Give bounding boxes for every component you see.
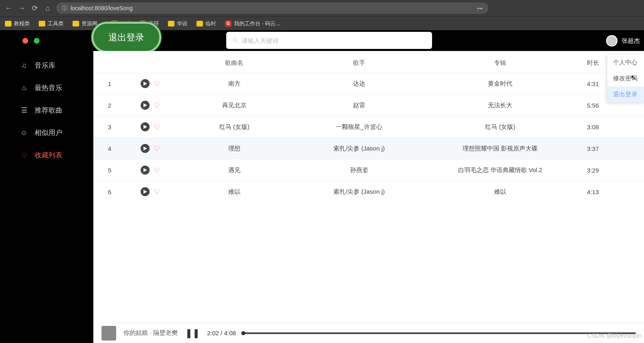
sidebar-item-label: 收藏列表 xyxy=(35,150,62,160)
sidebar-item[interactable]: ♫音乐库 xyxy=(10,54,93,77)
col-album: 专辑 xyxy=(424,53,576,73)
favorite-icon[interactable]: ♡ xyxy=(154,188,160,196)
col-song: 歌曲名 xyxy=(175,53,294,73)
cell-singer: 一颗狼星_许篮心 xyxy=(294,116,424,138)
nav-reload-icon[interactable]: ⟳ xyxy=(30,4,39,13)
sidebar-icon: ♫ xyxy=(20,62,28,70)
folder-icon xyxy=(5,21,11,27)
row-play-button[interactable] xyxy=(141,101,150,110)
cell-song: 理想 xyxy=(175,138,294,159)
cell-singer: 索扎/尖参 (Jason j) xyxy=(294,181,424,203)
cell-dur: 3:08 xyxy=(576,116,644,138)
svg-marker-1 xyxy=(143,103,147,107)
table-row[interactable]: 5♡遇见孙燕姿白羽毛之恋 华语典藏情歌 Vol.23:29 xyxy=(93,159,644,181)
user-menu-trigger[interactable]: 张超杰 xyxy=(606,35,640,46)
row-play-button[interactable] xyxy=(141,144,150,153)
bookmark-item[interactable]: 工具类 xyxy=(39,20,64,27)
folder-icon xyxy=(196,21,203,27)
cell-song: 遇见 xyxy=(175,159,294,181)
user-dropdown: 个人中心修改密码退出登录 xyxy=(607,55,644,102)
search-box[interactable] xyxy=(226,32,432,49)
sidebar-icon: ♡ xyxy=(20,151,28,159)
favorite-icon[interactable]: ♡ xyxy=(154,166,160,174)
bookmark-item[interactable]: G我的工作台 - 码云... xyxy=(225,20,280,27)
nav-home-icon[interactable]: ⌂ xyxy=(43,4,52,13)
folder-icon xyxy=(168,21,174,27)
row-play-button[interactable] xyxy=(141,79,150,88)
svg-marker-5 xyxy=(143,190,147,194)
now-playing-title[interactable]: 你的姑娘 xyxy=(124,329,148,337)
sidebar-item[interactable]: ♨最热音乐 xyxy=(10,77,93,99)
cell-song: 南方 xyxy=(175,73,294,95)
sidebar-item-label: 最热音乐 xyxy=(35,83,62,93)
bookmark-item[interactable]: 华设 xyxy=(168,20,187,27)
cell-song: 红马 (女版) xyxy=(175,116,294,138)
row-play-button[interactable] xyxy=(141,122,150,131)
row-play-button[interactable] xyxy=(141,166,150,175)
svg-marker-0 xyxy=(143,82,147,86)
avatar xyxy=(606,35,618,46)
favorite-icon[interactable]: ♡ xyxy=(154,80,160,88)
table-row[interactable]: 4♡理想索扎/尖参 (Jason j)理想照耀中国 影视原声大碟3:37 xyxy=(93,138,644,159)
player-time: 2:02 / 4:08 xyxy=(207,330,236,336)
cell-album: 黄金时代 xyxy=(424,73,576,95)
bookmark-item[interactable]: 教程类 xyxy=(5,20,30,27)
table-row[interactable]: 3♡红马 (女版)一颗狼星_许篮心红马 (女版)3:08 xyxy=(93,116,644,138)
sidebar-item[interactable]: ☰推荐歌曲 xyxy=(10,99,93,122)
url-text: localhost:8080/loveSong xyxy=(71,5,133,11)
sidebar-item[interactable]: ♡收藏列表 xyxy=(10,144,93,166)
logout-cloud-banner: 退出登录 xyxy=(92,22,161,53)
svg-marker-3 xyxy=(143,146,147,150)
nav-back-icon[interactable]: ← xyxy=(4,4,13,13)
now-playing-artist[interactable]: 隔壁老樊 xyxy=(153,329,178,337)
svg-marker-4 xyxy=(143,168,147,172)
sidebar-item-label: 相似用户 xyxy=(35,128,62,137)
info-icon: ⓘ xyxy=(62,4,67,12)
search-icon xyxy=(232,37,238,44)
bookmark-item[interactable]: 临时 xyxy=(196,20,216,27)
favorite-icon[interactable]: ♡ xyxy=(154,145,160,153)
cell-singer: 索扎/尖参 (Jason j) xyxy=(294,138,424,159)
cell-album: 无法长大 xyxy=(424,95,576,116)
row-play-button[interactable] xyxy=(141,187,150,196)
player-bar: 你的姑娘 - 隔壁老樊 ❚❚ 2:02 / 4:08 xyxy=(93,323,644,343)
key-icon: ⊶ xyxy=(477,5,483,11)
now-playing-cover[interactable] xyxy=(101,326,116,341)
user-menu-item[interactable]: 退出登录 xyxy=(607,86,644,102)
window-close-dot[interactable] xyxy=(22,38,28,44)
cell-dur: 3:29 xyxy=(576,159,644,181)
user-menu-item[interactable]: 修改密码 xyxy=(607,71,644,86)
cell-album: 难以 xyxy=(424,181,576,203)
cell-dur: 3:37 xyxy=(576,138,644,159)
gitee-icon: G xyxy=(225,20,232,27)
sidebar-item-label: 音乐库 xyxy=(35,61,55,70)
user-menu-item[interactable]: 个人中心 xyxy=(607,55,644,71)
cell-album: 理想照耀中国 影视原声大碟 xyxy=(424,138,576,159)
cell-singer: 孙燕姿 xyxy=(294,159,424,181)
table-row[interactable]: 6♡难以索扎/尖参 (Jason j)难以4:13 xyxy=(93,181,644,203)
sidebar: ♫音乐库♨最热音乐☰推荐歌曲☺相似用户♡收藏列表 xyxy=(10,51,93,323)
folder-icon xyxy=(39,21,45,27)
sidebar-item-label: 推荐歌曲 xyxy=(35,106,62,115)
sidebar-icon: ♨ xyxy=(20,84,28,92)
cell-singer: 达达 xyxy=(294,73,424,95)
search-input[interactable] xyxy=(242,37,426,44)
svg-marker-2 xyxy=(143,125,147,129)
favorite-icon[interactable]: ♡ xyxy=(154,102,160,109)
nav-fwd-icon[interactable]: → xyxy=(17,4,26,13)
cell-dur: 4:13 xyxy=(576,181,644,203)
address-bar[interactable]: ⓘ localhost:8080/loveSong ⊶ xyxy=(56,2,488,14)
sidebar-icon: ☺ xyxy=(20,129,28,137)
table-row[interactable]: 2♡再见北京赵雷无法长大5:56 xyxy=(93,95,644,116)
favorite-icon[interactable]: ♡ xyxy=(154,123,160,131)
cell-album: 红马 (女版) xyxy=(424,116,576,138)
cell-song: 再见北京 xyxy=(175,95,294,116)
play-pause-button[interactable]: ❚❚ xyxy=(185,328,200,339)
table-row[interactable]: 1♡南方达达黄金时代4:31 xyxy=(93,73,644,95)
cell-singer: 赵雷 xyxy=(294,95,424,116)
cell-song: 难以 xyxy=(175,181,294,203)
progress-bar[interactable] xyxy=(243,332,636,334)
cell-album: 白羽毛之恋 华语典藏情歌 Vol.2 xyxy=(424,159,576,181)
sidebar-item[interactable]: ☺相似用户 xyxy=(10,122,93,144)
window-min-dot[interactable] xyxy=(34,38,40,44)
